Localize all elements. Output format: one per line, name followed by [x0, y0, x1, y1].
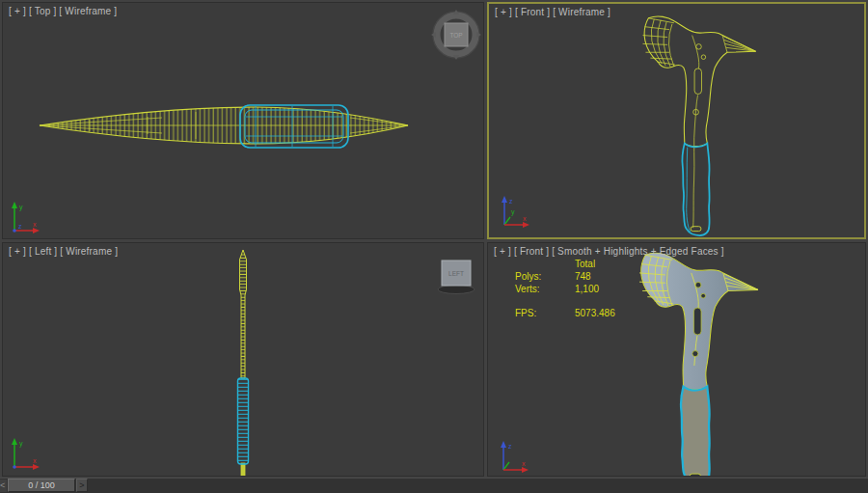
left-view-wireframe-canvas — [233, 247, 253, 477]
front-view-shaded-canvas — [623, 246, 774, 477]
viewport-statistics: Total Polys: 748 Verts: 1,100 FPS: 5073.… — [515, 259, 615, 318]
world-axis-tripod: z x y — [497, 193, 535, 230]
stats-total-header: Total — [575, 259, 615, 269]
grip-left-profile[interactable] — [238, 378, 249, 464]
time-slider-track[interactable] — [0, 478, 868, 493]
axis-y-label: y — [19, 440, 23, 448]
stats-polys-value: 748 — [575, 271, 615, 282]
viewcube-top[interactable]: TOP — [430, 9, 482, 61]
viewport-top[interactable]: [ + ] [ Top ] [ Wireframe ] — [2, 2, 484, 239]
axis-z-label: z — [508, 443, 512, 450]
viewport-label-left[interactable]: [ + ] [ Left ] [ Wireframe ] — [9, 246, 118, 257]
axis-z-label: z — [18, 223, 22, 230]
axis-z-label: z — [509, 198, 513, 205]
hammer-front-shaded[interactable] — [639, 253, 758, 389]
front-view-wireframe-canvas — [632, 10, 767, 237]
axis-x-label: x — [33, 221, 37, 228]
grip-front-shaded[interactable] — [681, 387, 710, 477]
viewport-left[interactable]: [ + ] [ Left ] [ Wireframe ] — [2, 242, 484, 477]
top-view-wireframe-canvas — [3, 3, 483, 238]
world-axis-tripod: y x — [7, 435, 45, 472]
axis-x-label: x — [522, 460, 526, 467]
world-axis-tripod: z x — [496, 438, 534, 475]
time-slider-handle[interactable]: 0 / 100 — [8, 479, 75, 492]
grip-front-wireframe[interactable] — [682, 144, 709, 235]
viewcube-face-label[interactable]: LEFT — [448, 270, 464, 277]
stats-fps-value: 5073.486 — [575, 308, 615, 318]
max-viewport-layout: [ + ] [ Top ] [ Wireframe ] — [0, 0, 868, 493]
viewport-label-front-shaded[interactable]: [ + ] [ Front ] [ Smooth + Highlights + … — [494, 246, 724, 257]
stats-verts-label: Verts: — [515, 284, 575, 294]
viewcube-face-label[interactable]: TOP — [449, 32, 462, 39]
hammer-top-profile[interactable] — [40, 107, 408, 144]
stats-fps-label: FPS: — [515, 308, 575, 318]
stats-polys-label: Polys: — [515, 271, 575, 282]
viewport-front-wireframe[interactable]: [ + ] [ Front ] [ Wireframe ] — [487, 2, 866, 239]
hammer-front-wireframe[interactable] — [642, 16, 755, 232]
axis-y-label: y — [511, 208, 515, 216]
axis-x-label: x — [33, 457, 37, 464]
time-next-frame-button[interactable]: > — [76, 479, 88, 492]
axis-x-label: x — [523, 215, 527, 222]
axis-y-label: y — [19, 204, 23, 211]
time-prev-frame-button[interactable]: < — [0, 479, 7, 492]
viewport-front-shaded[interactable]: [ + ] [ Front ] [ Smooth + Highlights + … — [487, 242, 866, 477]
stats-verts-value: 1,100 — [575, 284, 615, 294]
viewport-label-front-wireframe[interactable]: [ + ] [ Front ] [ Wireframe ] — [495, 7, 610, 17]
world-axis-tripod: y x z — [7, 199, 45, 235]
viewport-label-top[interactable]: [ + ] [ Top ] [ Wireframe ] — [9, 6, 117, 16]
viewcube-left[interactable]: LEFT — [435, 257, 479, 297]
